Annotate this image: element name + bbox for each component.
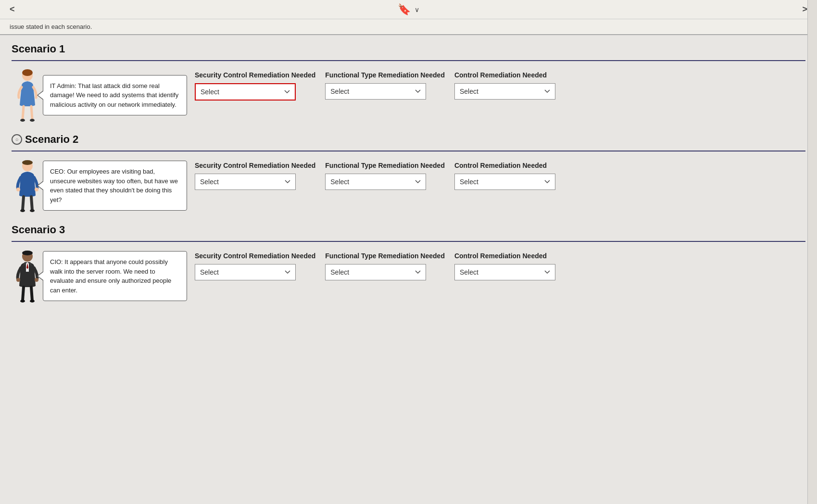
svg-point-6 xyxy=(16,188,20,191)
scenario-1-message: IT Admin: That last attack did some real… xyxy=(50,82,178,108)
scenario-1-dropdown-3: Control Remediation Needed Select xyxy=(454,71,555,100)
scenario-3-dropdown-1: Security Control Remediation Needed Sele… xyxy=(195,252,315,280)
scenario-3-avatar-area: CIO: It appears that anyone could possib… xyxy=(12,250,187,302)
scenario-2-dropdowns: Security Control Remediation Needed Sele… xyxy=(195,161,805,190)
svg-point-11 xyxy=(22,251,33,255)
scenario-2-circle-icon: ○ xyxy=(12,134,22,145)
scenario-1-select-2[interactable]: Select xyxy=(325,83,426,100)
svg-point-16 xyxy=(30,300,35,302)
scenario-1-speech-bubble: IT Admin: That last attack did some real… xyxy=(43,75,187,116)
scenario-1-select-3[interactable]: Select xyxy=(454,83,555,100)
scenario-2-title: ○ Scenario 2 xyxy=(12,126,805,151)
svg-point-3 xyxy=(30,119,35,122)
scenario-1-avatar-area: IT Admin: That last attack did some real… xyxy=(12,69,187,122)
chevron-down-icon[interactable]: ∨ xyxy=(415,6,419,13)
next-button[interactable]: > xyxy=(802,4,807,14)
svg-point-13 xyxy=(16,278,20,282)
nav-prev-area[interactable]: < xyxy=(0,4,15,14)
scenario-1-dropdown-1: Security Control Remediation Needed Sele… xyxy=(195,71,315,101)
svg-point-1 xyxy=(22,69,33,76)
scenario-1-dropdown-2: Functional Type Remediation Needed Selec… xyxy=(325,71,445,100)
scenario-2-select-1[interactable]: Select xyxy=(195,174,296,190)
scenario-2-dropdown-1: Security Control Remediation Needed Sele… xyxy=(195,161,315,190)
svg-point-15 xyxy=(20,300,25,302)
instruction-bar: issue stated in each scenario. xyxy=(0,19,817,35)
scenario-3-dropdown-2: Functional Type Remediation Needed Selec… xyxy=(325,252,445,280)
svg-point-2 xyxy=(20,119,25,122)
scenario-3-select-2[interactable]: Select xyxy=(325,264,426,280)
scenario-3-dropdowns: Security Control Remediation Needed Sele… xyxy=(195,252,805,280)
scenario-3-title: Scenario 3 xyxy=(12,216,805,242)
bookmark-icon[interactable]: 🔖 xyxy=(398,3,411,16)
scenario-3-section: Scenario 3 xyxy=(12,216,805,302)
scenario-2-label-2: Functional Type Remediation Needed xyxy=(325,161,445,170)
scenario-2-title-text: Scenario 2 xyxy=(25,133,78,146)
scenario-2-speech-bubble: CEO: Our employees are visiting bad, uns… xyxy=(43,161,187,211)
svg-point-9 xyxy=(30,209,35,212)
instruction-text: issue stated in each scenario. xyxy=(10,23,92,30)
scenario-2-dropdown-2: Functional Type Remediation Needed Selec… xyxy=(325,161,445,190)
scenario-3-select-1[interactable]: Select xyxy=(195,264,296,280)
scenario-2-avatar-area: CEO: Our employees are visiting bad, uns… xyxy=(12,159,187,212)
scenario-1-row: IT Admin: That last attack did some real… xyxy=(12,69,805,122)
scenario-3-message: CIO: It appears that anyone could possib… xyxy=(50,258,171,294)
scenario-1-label-1: Security Control Remediation Needed xyxy=(195,71,315,79)
scenario-1-select-1[interactable]: Select xyxy=(195,83,296,101)
scenario-3-label-1: Security Control Remediation Needed xyxy=(195,252,315,260)
scenario-2-dropdown-3: Control Remediation Needed Select xyxy=(454,161,555,190)
prev-button[interactable]: < xyxy=(10,4,15,14)
scenario-3-row: CIO: It appears that anyone could possib… xyxy=(12,250,805,302)
top-bar: < 🔖 ∨ > xyxy=(0,0,817,19)
svg-point-5 xyxy=(22,160,33,165)
top-bar-center: 🔖 ∨ xyxy=(398,3,419,16)
scenario-3-dropdown-3: Control Remediation Needed Select xyxy=(454,252,555,280)
scenario-2-label-3: Control Remediation Needed xyxy=(454,161,555,170)
main-content: Scenario 1 xyxy=(0,35,817,318)
scenario-3-label-2: Functional Type Remediation Needed xyxy=(325,252,445,260)
scenario-3-label-3: Control Remediation Needed xyxy=(454,252,555,260)
scenario-1-label-3: Control Remediation Needed xyxy=(454,71,555,79)
scenario-2-row: CEO: Our employees are visiting bad, uns… xyxy=(12,159,805,212)
scrollbar[interactable] xyxy=(807,0,817,504)
scenario-1-label-2: Functional Type Remediation Needed xyxy=(325,71,445,79)
scenario-3-select-3[interactable]: Select xyxy=(454,264,555,280)
scenario-3-speech-bubble: CIO: It appears that anyone could possib… xyxy=(43,251,187,301)
scenario-1-title: Scenario 1 xyxy=(12,35,805,61)
scenario-2-select-2[interactable]: Select xyxy=(325,174,426,190)
scenario-1-section: Scenario 1 xyxy=(12,35,805,122)
svg-point-8 xyxy=(20,209,25,212)
scenario-2-message: CEO: Our employees are visiting bad, uns… xyxy=(50,168,178,203)
scenario-2-select-3[interactable]: Select xyxy=(454,174,555,190)
scenario-2-section: ○ Scenario 2 xyxy=(12,126,805,212)
scenario-1-dropdowns: Security Control Remediation Needed Sele… xyxy=(195,71,805,101)
scenario-2-label-1: Security Control Remediation Needed xyxy=(195,161,315,170)
